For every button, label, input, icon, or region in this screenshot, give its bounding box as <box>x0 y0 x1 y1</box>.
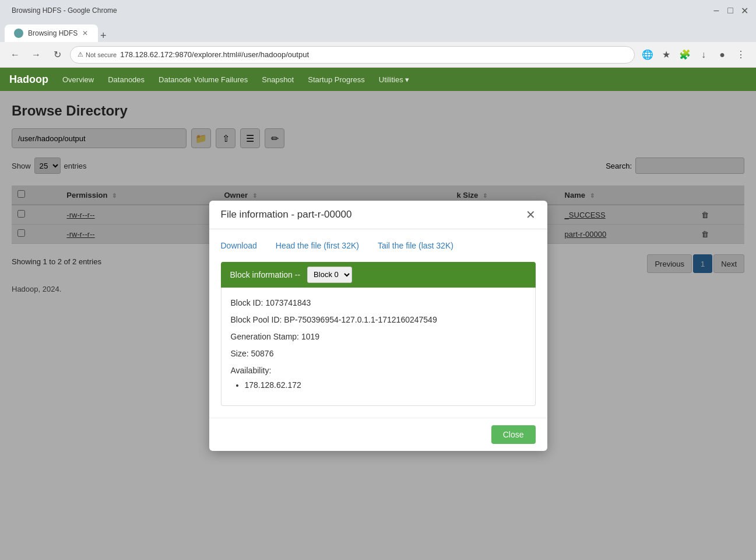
modal-body: Download Head the file (first 32K) Tail … <box>209 229 547 418</box>
file-info-modal: File information - part-r-00000 ✕ Downlo… <box>209 201 547 451</box>
addressbar: ← → ↻ ⚠ Not secure 178.128.62.172:9870/e… <box>0 42 756 68</box>
block-info-body: Block ID: 1073741843 Block Pool ID: BP-7… <box>221 288 536 406</box>
hadoop-brand: Hadoop <box>9 74 48 86</box>
tab-favicon <box>14 29 23 38</box>
download-link[interactable]: Download <box>221 241 257 250</box>
address-url: 178.128.62.172:9870/explorer.html#/user/… <box>120 50 309 59</box>
minimize-button[interactable]: – <box>712 6 721 15</box>
window-controls: – □ ✕ <box>712 6 749 15</box>
block-pool-label: Block Pool ID: <box>231 315 282 324</box>
active-tab[interactable]: Browsing HDFS ✕ <box>5 24 98 42</box>
extension-button[interactable]: 🧩 <box>677 47 693 63</box>
tabbar: Browsing HDFS ✕ + <box>0 21 756 42</box>
block-info-header: Block information -- Block 0 <box>221 262 536 288</box>
downloads-button[interactable]: ↓ <box>695 47 712 63</box>
size-row: Size: 50876 <box>231 348 526 360</box>
size-label: Size: <box>231 349 249 358</box>
hadoop-app: Hadoop Overview Datanodes Datanode Volum… <box>0 68 756 560</box>
modal-overlay: File information - part-r-00000 ✕ Downlo… <box>0 91 756 560</box>
back-button[interactable]: ← <box>7 47 23 63</box>
block-info-section: Block information -- Block 0 Block ID: 1… <box>221 262 536 406</box>
block-info-label: Block information -- <box>230 270 301 279</box>
hadoop-navbar: Hadoop Overview Datanodes Datanode Volum… <box>0 68 756 91</box>
translate-button[interactable]: 🌐 <box>639 47 656 63</box>
head-file-link[interactable]: Head the file (first 32K) <box>276 241 359 250</box>
menu-button[interactable]: ⋮ <box>733 47 749 63</box>
block-id-label: Block ID: <box>231 298 263 307</box>
availability-list: 178.128.62.172 <box>245 379 526 391</box>
availability-label: Availability: <box>231 366 272 375</box>
nav-snapshot[interactable]: Snapshot <box>262 73 294 86</box>
profile-button[interactable]: ● <box>714 47 730 63</box>
nav-datanode-volume-failures[interactable]: Datanode Volume Failures <box>159 73 248 86</box>
nav-startup-progress[interactable]: Startup Progress <box>308 73 365 86</box>
modal-title: File information - part-r-00000 <box>221 209 352 220</box>
block-select[interactable]: Block 0 <box>307 267 352 283</box>
close-button[interactable]: Close <box>491 425 536 444</box>
availability-ip-1: 178.128.62.172 <box>245 379 526 391</box>
hadoop-content: Browse Directory 📁 ⇧ ☰ ✏ Show 25 <box>0 91 756 560</box>
block-pool-value: BP-750396954-127.0.1.1-1712160247549 <box>284 315 437 324</box>
modal-header: File information - part-r-00000 ✕ <box>209 201 547 229</box>
availability-row: Availability: 178.128.62.172 <box>231 365 526 391</box>
modal-links: Download Head the file (first 32K) Tail … <box>221 241 536 250</box>
reload-button[interactable]: ↻ <box>49 47 65 63</box>
generation-stamp-label: Generation Stamp: <box>231 332 300 341</box>
browser-title: Browsing HDFS - Google Chrome <box>7 6 712 15</box>
forward-button[interactable]: → <box>28 47 44 63</box>
bookmark-button[interactable]: ★ <box>658 47 674 63</box>
generation-stamp-row: Generation Stamp: 1019 <box>231 331 526 343</box>
security-indicator: ⚠ Not secure <box>78 51 117 58</box>
maximize-button[interactable]: □ <box>726 6 735 15</box>
nav-overview[interactable]: Overview <box>62 73 94 86</box>
block-id-value: 1073741843 <box>265 298 311 307</box>
browser-action-buttons: 🌐 ★ 🧩 ↓ ● ⋮ <box>639 47 749 63</box>
titlebar: Browsing HDFS - Google Chrome – □ ✕ <box>0 0 756 21</box>
block-pool-row: Block Pool ID: BP-750396954-127.0.1.1-17… <box>231 314 526 326</box>
nav-utilities[interactable]: Utilities ▾ <box>379 73 410 86</box>
modal-footer: Close <box>209 418 547 451</box>
browser-window: Browsing HDFS - Google Chrome – □ ✕ Brow… <box>0 0 756 560</box>
tab-close-button[interactable]: ✕ <box>82 29 88 37</box>
modal-close-button[interactable]: ✕ <box>526 209 536 220</box>
address-bar[interactable]: ⚠ Not secure 178.128.62.172:9870/explore… <box>70 46 635 64</box>
block-id-row: Block ID: 1073741843 <box>231 297 526 309</box>
new-tab-button[interactable]: + <box>100 30 107 42</box>
close-button[interactable]: ✕ <box>740 6 749 15</box>
generation-stamp-value: 1019 <box>301 332 319 341</box>
size-value: 50876 <box>251 349 274 358</box>
tab-label: Browsing HDFS <box>28 29 78 37</box>
tail-file-link[interactable]: Tail the file (last 32K) <box>378 241 453 250</box>
nav-datanodes[interactable]: Datanodes <box>108 73 145 86</box>
